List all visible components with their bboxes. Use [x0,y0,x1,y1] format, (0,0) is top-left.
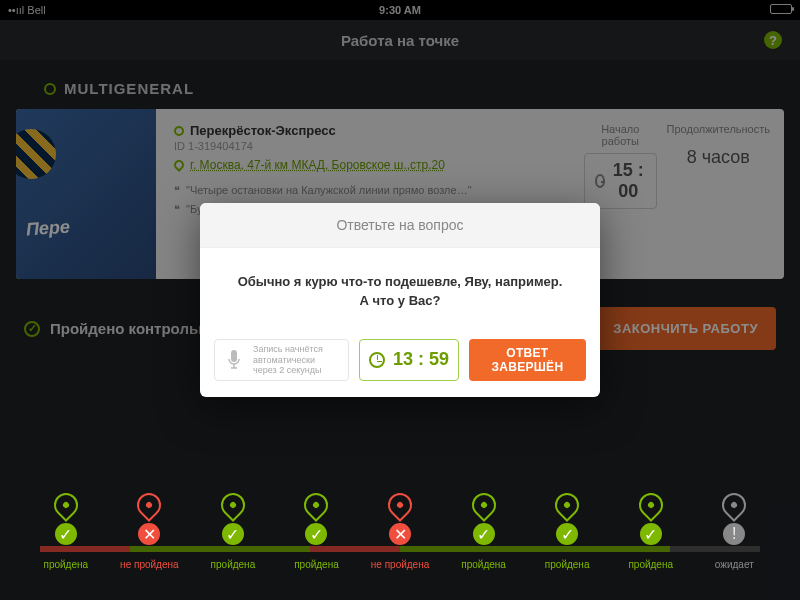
rec-text-3: через 2 секунды [253,365,323,376]
checkpoint-step[interactable]: ✕не пройдена [358,493,442,570]
checkpoint-step[interactable]: ✓пройдена [442,493,526,570]
question-modal: Ответьте на вопрос Обычно я курю что-то … [200,203,600,397]
question-line-2: А что у Вас? [226,291,574,311]
step-label: пройдена [211,559,256,570]
step-label: ожидает [715,559,754,570]
step-label: не пройдена [371,559,429,570]
step-label: пройдена [461,559,506,570]
microphone-icon [223,346,245,374]
step-node: ✓ [305,523,327,545]
rec-text-2: автоматически [253,355,323,366]
step-node: ✕ [389,523,411,545]
step-node: ! [723,523,745,545]
clock-icon [369,352,385,368]
pin-icon [467,488,501,522]
checkpoint-step[interactable]: !ожидает [693,493,777,570]
step-node: ✓ [473,523,495,545]
step-label: не пройдена [120,559,178,570]
step-label: пройдена [294,559,339,570]
checkpoint-step[interactable]: ✓пройдена [24,493,108,570]
step-node: ✓ [640,523,662,545]
pin-icon [634,488,668,522]
pin-icon [216,488,250,522]
checkpoint-stepper: ✓пройдена✕не пройдена✓пройдена✓пройдена✕… [0,493,800,570]
question-line-1: Обычно я курю что-то подешевле, Яву, нап… [226,272,574,292]
pin-icon [49,488,83,522]
checkpoint-step[interactable]: ✓пройдена [275,493,359,570]
answer-done-button[interactable]: ОТВЕТ ЗАВЕРШЁН [469,339,586,381]
step-node: ✓ [556,523,578,545]
pin-icon [299,488,333,522]
svg-rect-0 [231,350,237,362]
answer-timer: 13 : 59 [359,339,459,381]
pin-icon [383,488,417,522]
step-label: пройдена [628,559,673,570]
timer-value: 13 : 59 [393,349,449,370]
pin-icon [132,488,166,522]
checkpoint-step[interactable]: ✓пройдена [609,493,693,570]
rec-text-1: Запись начнётся [253,344,323,355]
checkpoint-step[interactable]: ✕не пройдена [108,493,192,570]
pin-icon [550,488,584,522]
checkpoint-step[interactable]: ✓пройдена [525,493,609,570]
step-node: ✓ [222,523,244,545]
modal-body: Обычно я курю что-то подешевле, Яву, нап… [200,248,600,329]
step-label: пройдена [545,559,590,570]
checkpoint-step[interactable]: ✓пройдена [191,493,275,570]
modal-title: Ответьте на вопрос [200,203,600,248]
step-node: ✓ [55,523,77,545]
step-label: пройдена [43,559,88,570]
step-node: ✕ [138,523,160,545]
pin-icon [717,488,751,522]
record-indicator: Запись начнётся автоматически через 2 се… [214,339,349,381]
